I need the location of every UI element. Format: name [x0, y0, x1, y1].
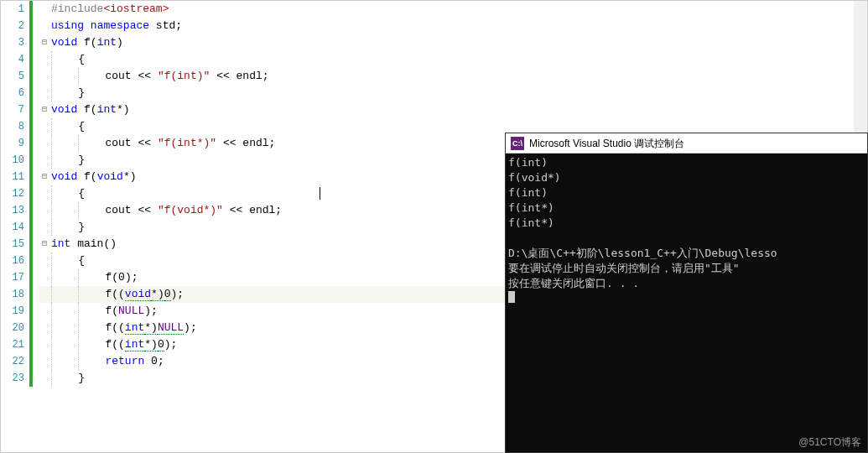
token-punc: ); [125, 271, 138, 284]
token-punc: } [78, 154, 85, 166]
fold-toggle-icon [39, 152, 49, 169]
line-number: 23 [1, 370, 24, 387]
token-punc: { [78, 120, 85, 133]
fold-toggle-icon [39, 286, 49, 303]
line-number: 13 [1, 202, 24, 219]
fold-toggle-icon [39, 135, 49, 152]
line-number: 2 [1, 18, 24, 34]
token-punc: { [78, 53, 85, 65]
fold-toggle-icon[interactable]: ⊟ [39, 102, 49, 118]
token-kw: int [97, 103, 117, 116]
fold-toggle-icon[interactable]: ⊟ [39, 236, 49, 253]
fold-toggle-icon [39, 253, 49, 269]
fold-toggle-icon [39, 1, 49, 18]
token-id: std [156, 19, 175, 32]
token-punc: ); [164, 338, 178, 351]
fold-toggle-icon [39, 303, 49, 320]
token-punc: } [78, 372, 85, 384]
token-id: endl [236, 70, 262, 82]
token-kw: void [97, 170, 123, 183]
line-number: 14 [1, 219, 24, 236]
fold-toggle-icon [39, 68, 49, 85]
fold-toggle-icon [39, 320, 49, 336]
line-number: 18 [1, 286, 24, 303]
token-punc: *) [144, 338, 158, 351]
console-title-text: Microsoft Visual Studio 调试控制台 [529, 133, 684, 154]
vs-console-icon: C:\ [511, 137, 524, 150]
token-punc: ; [275, 204, 282, 216]
token-str: "f(int*)" [158, 137, 216, 149]
token-punc: } [78, 221, 85, 233]
token-id: f [84, 36, 91, 49]
code-line[interactable]: { [39, 51, 867, 68]
token-str: "f(int)" [158, 70, 210, 82]
token-punc: *) [151, 288, 164, 301]
fold-toggle-icon [39, 370, 49, 387]
code-line[interactable]: ⊟void f(int) [39, 34, 867, 51]
line-number: 21 [1, 336, 24, 353]
token-id: f [84, 103, 91, 116]
code-line[interactable]: } [39, 85, 867, 102]
code-line[interactable]: ⊟void f(int*) [39, 102, 867, 118]
debug-console-window[interactable]: C:\ Microsoft Visual Studio 调试控制台 f(int)… [505, 133, 868, 453]
token-id: 0 [164, 288, 171, 301]
token-punc: ; [269, 137, 276, 149]
console-titlebar[interactable]: C:\ Microsoft Visual Studio 调试控制台 [506, 133, 867, 154]
line-number: 11 [1, 169, 24, 185]
token-punc: { [78, 187, 85, 200]
line-number: 5 [1, 68, 24, 85]
line-number: 4 [1, 51, 24, 68]
fold-toggle-icon [39, 353, 49, 370]
token-kw: void [51, 170, 77, 183]
code-line[interactable]: cout << "f(int)" << endl; [39, 68, 867, 85]
line-number: 6 [1, 85, 24, 102]
console-cursor-icon [508, 291, 515, 303]
fold-toggle-icon [39, 219, 49, 236]
token-punc: ); [171, 288, 185, 300]
code-line[interactable]: #include<iostream> [39, 1, 867, 18]
token-punc: << [223, 137, 236, 149]
token-id: 0 [118, 271, 125, 284]
token-punc: ); [184, 321, 197, 334]
token-punc: << [230, 204, 243, 216]
fold-toggle-icon[interactable]: ⊟ [39, 169, 49, 185]
token-punc: ( [91, 170, 97, 183]
fold-toggle-icon [39, 18, 49, 34]
line-number: 17 [1, 269, 24, 286]
token-kw: int [125, 321, 144, 335]
token-kw: void [125, 288, 151, 301]
token-punc: *) [117, 103, 130, 116]
change-indicator-bar [29, 1, 33, 387]
token-punc: ; [262, 70, 269, 82]
fold-toggle-icon [39, 51, 49, 68]
token-punc: ( [112, 305, 118, 317]
token-punc: ; [158, 355, 164, 367]
token-punc: () [103, 237, 117, 250]
line-number: 10 [1, 152, 24, 169]
token-id: cout [105, 70, 131, 82]
token-macro: NULL [118, 305, 144, 317]
line-number: 3 [1, 34, 24, 51]
token-punc: ; [175, 19, 182, 32]
token-punc: { [78, 254, 85, 267]
token-punc: ) [117, 36, 123, 49]
token-punc: << [216, 70, 230, 82]
token-punc: (( [112, 321, 125, 334]
fold-toggle-icon [39, 118, 49, 135]
token-punc: ); [144, 305, 158, 317]
line-number: 22 [1, 353, 24, 370]
token-punc: } [78, 86, 85, 99]
token-id: endl [242, 137, 268, 149]
code-line[interactable]: using namespace std; [39, 18, 867, 34]
token-punc: << [138, 137, 151, 149]
token-kw: void [51, 103, 77, 116]
token-kw: void [51, 36, 77, 49]
token-punc: ( [91, 36, 97, 49]
token-id: endl [249, 204, 275, 216]
token-macro: NULL [158, 321, 184, 335]
fold-toggle-icon [39, 185, 49, 202]
fold-toggle-icon[interactable]: ⊟ [39, 34, 49, 51]
token-punc: << [138, 204, 151, 216]
token-id: 0 [151, 355, 158, 367]
token-id: 0 [158, 338, 164, 351]
